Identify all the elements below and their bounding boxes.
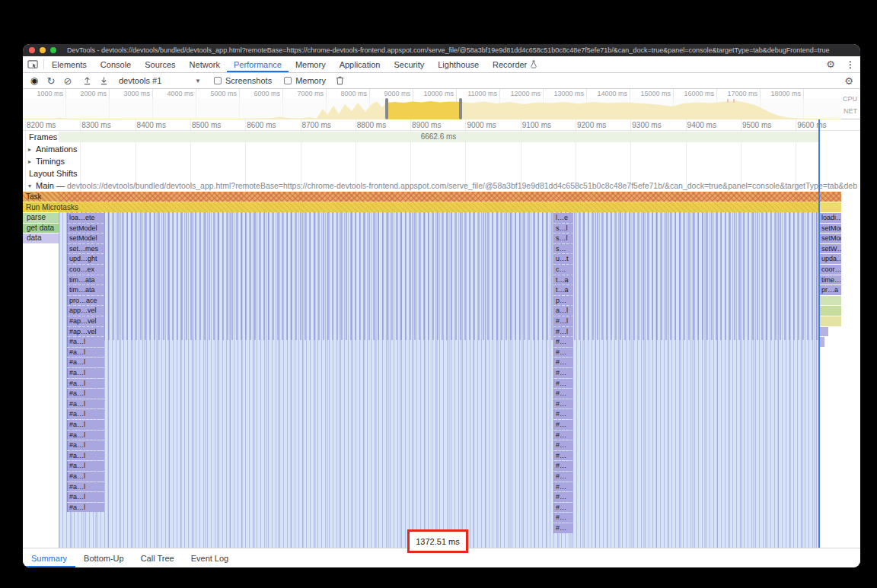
flame-event[interactable]: #a…l xyxy=(67,440,104,450)
minimize-window-button[interactable] xyxy=(40,47,46,53)
flame-event-small[interactable] xyxy=(819,327,828,337)
tab-console[interactable]: Console xyxy=(94,56,138,72)
save-profile-button[interactable] xyxy=(95,73,112,88)
flame-event[interactable]: #… xyxy=(553,389,573,399)
flame-event[interactable]: t…a xyxy=(553,275,573,285)
flame-event[interactable]: #… xyxy=(553,409,573,419)
flame-event[interactable]: #…l xyxy=(553,327,573,337)
layout-shifts-track[interactable]: Layout Shifts xyxy=(23,167,860,180)
flame-event[interactable]: #a…l xyxy=(67,409,104,419)
bottom-tab-summary[interactable]: Summary xyxy=(23,548,75,567)
flame-event[interactable]: #… xyxy=(553,472,573,482)
flame-event[interactable]: #a…l xyxy=(67,368,104,378)
flame-event[interactable]: #… xyxy=(553,337,573,347)
flame-event[interactable]: l…e xyxy=(553,213,573,223)
flame-event[interactable]: #a…l xyxy=(67,420,104,430)
flame-track-edge-label[interactable]: parse xyxy=(23,213,59,223)
flame-event[interactable]: t…a xyxy=(553,285,573,295)
flame-event[interactable]: upda…ight xyxy=(819,254,841,264)
settings-gear-icon[interactable]: ⚙ xyxy=(821,56,840,72)
flame-event[interactable]: s…l xyxy=(553,224,573,234)
flame-event[interactable]: tim…ata xyxy=(67,285,104,295)
flame-event[interactable]: #… xyxy=(553,379,573,389)
overview-window-left-handle[interactable] xyxy=(385,98,388,119)
flame-event[interactable]: #ap…vel xyxy=(67,316,104,326)
tab-recorder[interactable]: Recorder xyxy=(486,56,544,72)
expand-timings-icon[interactable]: ▸ xyxy=(28,158,31,165)
flame-event[interactable]: #ap…vel xyxy=(67,327,104,337)
timings-track[interactable]: ▸ Timings xyxy=(23,155,860,167)
flame-event[interactable]: #… xyxy=(553,482,573,492)
expand-animations-icon[interactable]: ▸ xyxy=(28,146,31,153)
flame-event[interactable]: loa…ete xyxy=(67,213,104,223)
animations-track[interactable]: ▸ Animations xyxy=(23,143,860,155)
inspect-element-icon[interactable] xyxy=(23,56,43,72)
flame-event[interactable]: coor…dex xyxy=(819,265,841,275)
flame-event-small[interactable] xyxy=(819,306,841,316)
flame-event[interactable]: setModel xyxy=(67,224,104,234)
frames-track[interactable]: 6662.6 ms Frames xyxy=(23,131,860,143)
flame-event[interactable]: setModel xyxy=(819,234,841,243)
flame-track-edge-label[interactable]: get data xyxy=(23,224,59,234)
flame-event[interactable]: u…t xyxy=(553,254,573,264)
timeline-ruler[interactable]: 8200 ms8300 ms8400 ms8500 ms8600 ms8700 … xyxy=(23,119,860,131)
flame-chart[interactable]: Task Run Microtasks parseget datadata lo… xyxy=(23,192,860,548)
tab-performance[interactable]: Performance xyxy=(227,56,289,72)
flame-event[interactable]: #a…l xyxy=(67,337,104,347)
flame-event[interactable]: #a…l xyxy=(67,389,104,399)
flame-event[interactable]: loadi…lete xyxy=(819,213,841,223)
delete-recording-button[interactable] xyxy=(332,73,349,88)
overview-window-right-handle[interactable] xyxy=(459,98,462,119)
flame-event-small[interactable] xyxy=(819,337,824,347)
flame-event[interactable]: p… xyxy=(553,296,573,306)
tab-elements[interactable]: Elements xyxy=(45,56,94,72)
flame-event[interactable]: #a…l xyxy=(67,461,104,471)
load-profile-button[interactable] xyxy=(78,73,95,88)
tab-sources[interactable]: Sources xyxy=(138,56,182,72)
flame-event[interactable]: #… xyxy=(553,368,573,378)
flame-event[interactable]: #… xyxy=(553,440,573,450)
main-track[interactable]: ▾ Main — devtools://devtools/bundled/dev… xyxy=(23,180,860,192)
flame-event-small[interactable] xyxy=(819,296,841,306)
reload-and-record-button[interactable]: ↻ xyxy=(43,73,59,88)
bottom-tab-bottom-up[interactable]: Bottom-Up xyxy=(75,548,132,567)
flame-event[interactable]: upd…ght xyxy=(67,254,104,264)
record-button[interactable]: ◉ xyxy=(26,73,43,88)
flame-event[interactable]: #a…l xyxy=(67,482,104,492)
tab-security[interactable]: Security xyxy=(387,56,431,72)
flame-event[interactable]: pro…ace xyxy=(67,296,104,306)
selection-end-line[interactable] xyxy=(818,119,820,548)
more-options-icon[interactable]: ⋮ xyxy=(840,56,860,72)
flame-event[interactable]: #a…l xyxy=(67,358,104,367)
flame-event[interactable]: s…l xyxy=(553,234,573,243)
flame-event-small[interactable] xyxy=(819,316,841,326)
run-microtasks-bar[interactable]: Run Microtasks xyxy=(23,202,818,212)
flame-event[interactable]: time…Data xyxy=(819,275,841,285)
flame-event[interactable]: setModel xyxy=(819,224,841,234)
tab-memory[interactable]: Memory xyxy=(289,56,333,72)
tab-network[interactable]: Network xyxy=(183,56,227,72)
collapse-main-icon[interactable]: ▾ xyxy=(28,183,31,189)
flame-event[interactable]: #… xyxy=(553,420,573,430)
flame-track-edge-label[interactable]: data xyxy=(23,234,59,243)
history-dropdown[interactable]: devtools #1 ▼ xyxy=(114,76,206,85)
flame-event[interactable]: setW…mes xyxy=(819,244,841,254)
flame-event[interactable]: c… xyxy=(553,265,573,275)
flame-event[interactable]: #… xyxy=(553,503,573,513)
flame-event[interactable]: #a…l xyxy=(67,451,104,461)
flame-event[interactable]: #a…l xyxy=(67,503,104,513)
flame-event[interactable]: #… xyxy=(553,523,573,533)
timeline-overview[interactable]: 1000 ms2000 ms3000 ms4000 ms5000 ms6000 … xyxy=(23,89,860,119)
flame-event[interactable]: set…mes xyxy=(67,244,104,254)
capture-settings-gear-icon[interactable]: ⚙ xyxy=(840,73,857,88)
flame-event[interactable]: tim…ata xyxy=(67,275,104,285)
zoom-window-button[interactable] xyxy=(50,47,56,53)
flame-event[interactable]: #… xyxy=(553,492,573,502)
flame-event[interactable]: #a…l xyxy=(67,348,104,358)
close-window-button[interactable] xyxy=(29,47,35,53)
screenshots-checkbox[interactable]: Screenshots xyxy=(214,76,272,85)
flame-event[interactable]: #… xyxy=(553,399,573,409)
flame-event[interactable]: #… xyxy=(553,348,573,358)
flame-event[interactable]: coo…ex xyxy=(67,265,104,275)
tab-lighthouse[interactable]: Lighthouse xyxy=(431,56,486,72)
